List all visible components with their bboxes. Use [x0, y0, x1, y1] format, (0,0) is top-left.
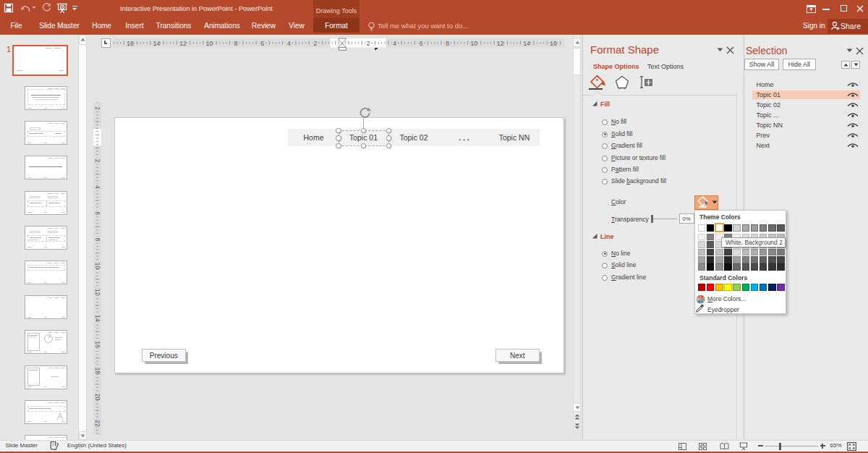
svg-text:4: 4 — [287, 40, 291, 47]
svg-text:14: 14 — [524, 40, 531, 47]
svg-text:22: 22 — [94, 420, 101, 427]
svg-text:2: 2 — [94, 159, 101, 163]
svg-text:12: 12 — [497, 40, 504, 47]
svg-text:18: 18 — [94, 368, 101, 375]
svg-text:14: 14 — [153, 40, 161, 47]
svg-text:12: 12 — [94, 289, 101, 296]
svg-text:12: 12 — [179, 40, 187, 47]
svg-text:2: 2 — [313, 40, 317, 47]
svg-text:6: 6 — [94, 211, 101, 215]
svg-text:8: 8 — [446, 40, 449, 47]
svg-text:4: 4 — [393, 40, 396, 47]
svg-text:8: 8 — [234, 40, 238, 47]
svg-text:10: 10 — [94, 262, 101, 269]
svg-text:16: 16 — [127, 40, 134, 47]
svg-text:10: 10 — [470, 40, 477, 47]
svg-text:16: 16 — [550, 40, 557, 47]
svg-text:6: 6 — [260, 40, 264, 47]
svg-text:2: 2 — [367, 40, 370, 47]
svg-text:4: 4 — [94, 185, 101, 189]
svg-text:16: 16 — [94, 341, 101, 348]
svg-text:2: 2 — [94, 106, 101, 110]
svg-text:14: 14 — [94, 315, 101, 322]
svg-text:8: 8 — [94, 238, 101, 242]
svg-text:6: 6 — [420, 40, 423, 47]
svg-text:10: 10 — [206, 40, 213, 47]
svg-text:20: 20 — [94, 394, 101, 401]
